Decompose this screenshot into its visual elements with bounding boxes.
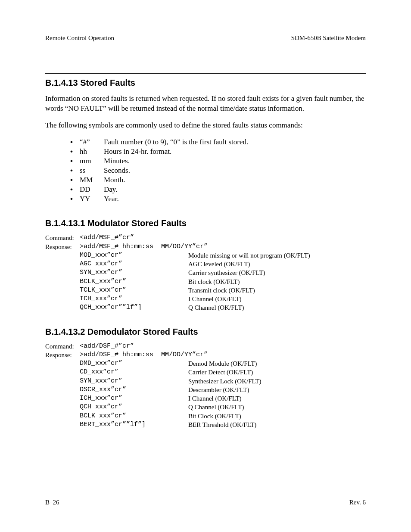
response-row: TCLK_xxx”cr”Transmit clock (OK/FLT) bbox=[45, 286, 366, 295]
response-description: I Channel (OK/FLT) bbox=[188, 394, 242, 403]
symbol-description: Year. bbox=[104, 194, 119, 204]
symbol-description: Day. bbox=[104, 185, 117, 194]
response-row: SYN_xxx”cr”Carrier synthesizer (OK/FLT) bbox=[45, 268, 366, 277]
bullet-icon: • bbox=[70, 166, 80, 175]
spacer bbox=[45, 286, 80, 295]
list-item: •hhHours in 24-hr. format. bbox=[70, 147, 366, 156]
spacer bbox=[45, 394, 80, 403]
response-row: CD_xxx”cr”Carrier Detect (OK/FLT) bbox=[45, 368, 366, 376]
header-left: Remote Control Operation bbox=[45, 34, 114, 42]
symbol-description: Hours in 24-hr. format. bbox=[104, 147, 171, 156]
response-row: BCLK_xxx”cr”Bit Clock (OK/FLT) bbox=[45, 412, 366, 420]
response-description: Q Channel (OK/FLT) bbox=[188, 303, 244, 312]
bullet-icon: • bbox=[70, 185, 80, 194]
response-description: Transmit clock (OK/FLT) bbox=[188, 286, 255, 295]
symbol-description: Month. bbox=[104, 175, 125, 185]
paragraph: The following symbols are commonly used … bbox=[45, 121, 366, 131]
command-block: Command: <add/MSF_#”cr” Response: >add/M… bbox=[45, 233, 366, 312]
symbol-term: ss bbox=[80, 166, 104, 175]
symbol-term: hh bbox=[80, 147, 104, 156]
response-description: BER Threshold (OK/FLT) bbox=[188, 420, 256, 429]
response-row: QCH_xxx”cr””lf”]Q Channel (OK/FLT) bbox=[45, 303, 366, 312]
symbol-description: Minutes. bbox=[104, 156, 130, 166]
response-label: Response: bbox=[45, 243, 80, 251]
response-code: >add/MSF_# hh:mm:ss MM/DD/YY”cr” bbox=[80, 243, 208, 251]
response-description: Demod Module (OK/FLT) bbox=[188, 359, 257, 368]
response-description: Carrier synthesizer (OK/FLT) bbox=[188, 268, 265, 277]
subsection-heading: B.1.4.13.1 Modulator Stored Faults bbox=[45, 218, 366, 228]
command-block: Command: <add/DSF_#”cr” Response: >add/D… bbox=[45, 342, 366, 429]
response-code: ICH_xxx”cr” bbox=[80, 394, 188, 403]
response-code: SYN_xxx”cr” bbox=[80, 268, 188, 277]
paragraph: Information on stored faults is returned… bbox=[45, 94, 366, 114]
list-item: •mmMinutes. bbox=[70, 156, 366, 166]
spacer bbox=[45, 277, 80, 286]
section-heading: B.1.4.13 Stored Faults bbox=[45, 78, 366, 88]
response-code: SYN_xxx”cr” bbox=[80, 377, 188, 386]
command-label: Command: bbox=[45, 233, 80, 242]
response-description: Bit Clock (OK/FLT) bbox=[188, 412, 241, 420]
response-code: QCH_xxx”cr” bbox=[80, 403, 188, 411]
page-footer: B–26 Rev. 6 bbox=[45, 499, 366, 506]
response-description: Module missing or will not program (OK/F… bbox=[188, 251, 310, 260]
response-row: ICH_xxx”cr”I Channel (OK/FLT) bbox=[45, 394, 366, 403]
footer-right: Rev. 6 bbox=[349, 499, 366, 506]
page-header: Remote Control Operation SDM-650B Satell… bbox=[45, 34, 366, 42]
list-item: •“#”Fault number (0 to 9), “0” is the fi… bbox=[70, 137, 366, 147]
response-row: AGC_xxx”cr”AGC leveled (OK/FLT) bbox=[45, 260, 366, 268]
response-description: AGC leveled (OK/FLT) bbox=[188, 260, 250, 268]
spacer bbox=[45, 260, 80, 268]
list-item: •YYYear. bbox=[70, 194, 366, 204]
symbol-term: mm bbox=[80, 156, 104, 166]
symbol-description: Fault number (0 to 9), “0” is the first … bbox=[104, 137, 248, 147]
spacer bbox=[45, 303, 80, 312]
spacer bbox=[45, 412, 80, 420]
response-code: BERT_xxx”cr””lf”] bbox=[80, 420, 188, 429]
symbol-term: “#” bbox=[80, 137, 104, 147]
symbol-list: •“#”Fault number (0 to 9), “0” is the fi… bbox=[70, 137, 366, 204]
response-description: I Channel (OK/FLT) bbox=[188, 295, 242, 303]
symbol-term: DD bbox=[80, 185, 104, 194]
bullet-icon: • bbox=[70, 175, 80, 185]
symbol-description: Seconds. bbox=[104, 166, 130, 175]
footer-left: B–26 bbox=[45, 499, 59, 506]
response-code: >add/DSF_# hh:mm:ss MM/DD/YY”cr” bbox=[80, 351, 208, 359]
spacer bbox=[45, 377, 80, 386]
response-row: DMD_xxx”cr”Demod Module (OK/FLT) bbox=[45, 359, 366, 368]
list-item: •DDDay. bbox=[70, 185, 366, 194]
spacer bbox=[45, 295, 80, 303]
list-item: •MMMonth. bbox=[70, 175, 366, 185]
spacer bbox=[45, 359, 80, 368]
bullet-icon: • bbox=[70, 194, 80, 204]
spacer bbox=[45, 268, 80, 277]
response-code: DSCR_xxx”cr” bbox=[80, 386, 188, 394]
response-code: CD_xxx”cr” bbox=[80, 368, 188, 376]
header-right: SDM-650B Satellite Modem bbox=[291, 34, 366, 42]
spacer bbox=[45, 403, 80, 411]
bullet-icon: • bbox=[70, 137, 80, 147]
symbol-term: YY bbox=[80, 194, 104, 204]
response-row: ICH_xxx”cr”I Channel (OK/FLT) bbox=[45, 295, 366, 303]
response-row: BERT_xxx”cr””lf”]BER Threshold (OK/FLT) bbox=[45, 420, 366, 429]
page: Remote Control Operation SDM-650B Satell… bbox=[0, 0, 411, 532]
response-label: Response: bbox=[45, 351, 80, 359]
response-description: Carrier Detect (OK/FLT) bbox=[188, 368, 253, 376]
list-item: •ssSeconds. bbox=[70, 166, 366, 175]
response-description: Descrambler (OK/FLT) bbox=[188, 386, 249, 394]
response-code: TCLK_xxx”cr” bbox=[80, 286, 188, 295]
command-code: <add/MSF_#”cr” bbox=[80, 233, 134, 242]
bullet-icon: • bbox=[70, 156, 80, 166]
response-code: ICH_xxx”cr” bbox=[80, 295, 188, 303]
response-description: Bit clock (OK/FLT) bbox=[188, 277, 240, 286]
spacer bbox=[45, 386, 80, 394]
response-code: AGC_xxx”cr” bbox=[80, 260, 188, 268]
response-row: QCH_xxx”cr”Q Channel (OK/FLT) bbox=[45, 403, 366, 411]
spacer bbox=[45, 368, 80, 376]
response-row: DSCR_xxx”cr”Descrambler (OK/FLT) bbox=[45, 386, 366, 394]
command-code: <add/DSF_#”cr” bbox=[80, 342, 134, 351]
response-code: BCLK_xxx”cr” bbox=[80, 277, 188, 286]
response-row: MOD_xxx”cr”Module missing or will not pr… bbox=[45, 251, 366, 260]
response-code: BCLK_xxx”cr” bbox=[80, 412, 188, 420]
response-row: SYN_xxx”cr”Synthesizer Lock (OK/FLT) bbox=[45, 377, 366, 386]
response-row: BCLK_xxx”cr”Bit clock (OK/FLT) bbox=[45, 277, 366, 286]
